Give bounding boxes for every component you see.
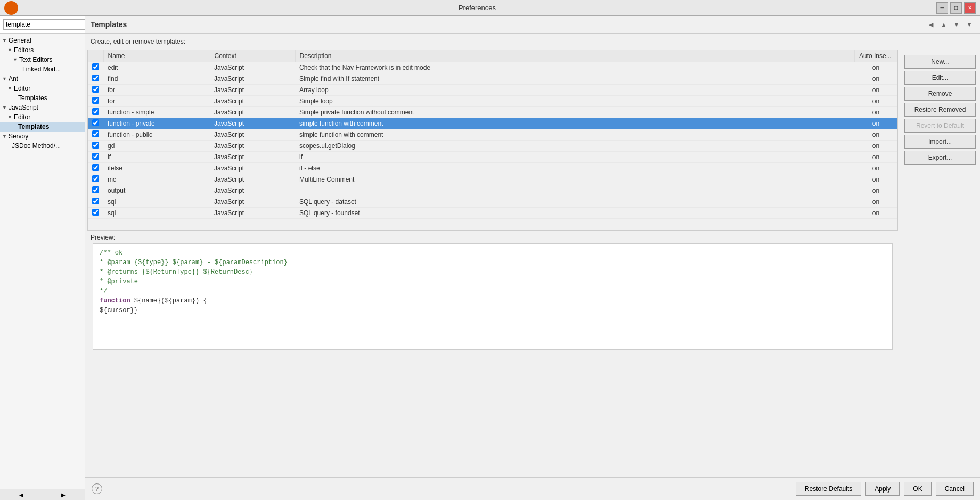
close-button[interactable]: ✕ xyxy=(964,2,976,14)
row-context: JavaScript xyxy=(210,185,295,196)
row-name: if xyxy=(103,152,210,163)
restore-defaults-button[interactable]: Restore Defaults xyxy=(796,482,861,496)
sidebar-item-linked-mode[interactable]: Linked Mod... xyxy=(0,64,85,74)
row-context: JavaScript xyxy=(210,62,295,73)
bottom-right-buttons: Restore Defaults Apply OK Cancel xyxy=(796,482,974,496)
help-button[interactable]: ? xyxy=(92,483,102,494)
buttons-panel: New... Edit... Remove Restore Removed Re… xyxy=(900,34,980,477)
revert-to-default-button[interactable]: Revert to Default xyxy=(904,119,976,133)
sidebar-item-javascript[interactable]: ▼ JavaScript xyxy=(0,103,85,112)
row-checkbox[interactable] xyxy=(92,209,99,216)
row-checkbox[interactable] xyxy=(92,119,99,126)
code-line-6-body: ${name}(${param}) { xyxy=(130,297,207,305)
table-row[interactable]: mc JavaScript MultiLine Comment on xyxy=(88,174,897,185)
table-row[interactable]: output JavaScript on xyxy=(88,185,897,196)
preview-code: /** ok * @param {${type}} ${param} - ${p… xyxy=(93,243,893,350)
sidebar-item-js-templates[interactable]: Templates xyxy=(0,122,85,132)
table-row[interactable]: function - public JavaScript simple func… xyxy=(88,129,897,141)
row-auto-insert: on xyxy=(855,163,897,174)
edit-button[interactable]: Edit... xyxy=(904,71,976,85)
templates-table-container[interactable]: Name Context Description Auto Inse... ed… xyxy=(87,50,898,231)
remove-button[interactable]: Remove xyxy=(904,87,976,101)
sidebar-item-label: Ant xyxy=(9,75,18,83)
row-checkbox[interactable] xyxy=(92,142,99,149)
sidebar-item-ant[interactable]: ▼ Ant xyxy=(0,74,85,84)
row-context: JavaScript xyxy=(210,141,295,152)
restore-removed-button[interactable]: Restore Removed xyxy=(904,103,976,117)
row-name: ifelse xyxy=(103,163,210,174)
menu-icon[interactable]: ▼ xyxy=(964,19,975,30)
row-auto-insert: on xyxy=(855,118,897,129)
sidebar-item-label: Servoy xyxy=(9,133,28,140)
expand-arrow: ▼ xyxy=(2,76,7,81)
row-context: JavaScript xyxy=(210,196,295,208)
row-name: find xyxy=(103,73,210,85)
sidebar-item-label: JSDoc Method/... xyxy=(3,142,61,150)
sidebar-search-area: ✕ xyxy=(0,16,85,34)
code-line-1: /** ok xyxy=(100,249,123,257)
back-icon[interactable]: ◀ xyxy=(926,19,936,30)
sidebar-item-label: Templates xyxy=(3,94,47,102)
table-row[interactable]: edit JavaScript Check that the Nav Frame… xyxy=(88,62,897,73)
row-checkbox[interactable] xyxy=(92,175,99,182)
row-description xyxy=(295,185,855,196)
forward-icon[interactable]: ▲ xyxy=(938,19,949,30)
sidebar-item-text-editors[interactable]: ▼ Text Editors xyxy=(0,55,85,64)
table-row[interactable]: sql JavaScript SQL query - dataset on xyxy=(88,196,897,208)
table-row[interactable]: sql JavaScript SQL query - foundset on xyxy=(88,208,897,219)
maximize-button[interactable]: □ xyxy=(950,2,962,14)
row-checkbox[interactable] xyxy=(92,130,99,137)
export-button[interactable]: Export... xyxy=(904,151,976,165)
app-logo xyxy=(4,1,18,15)
row-checkbox[interactable] xyxy=(92,97,99,104)
sidebar-item-js-editor[interactable]: ▼ Editor xyxy=(0,112,85,122)
sidebar-item-servoy[interactable]: ▼ Servoy xyxy=(0,132,85,141)
sidebar-item-jsdoc[interactable]: JSDoc Method/... xyxy=(0,141,85,151)
sidebar-item-ant-templates[interactable]: Templates xyxy=(0,93,85,103)
cancel-button[interactable]: Cancel xyxy=(936,482,974,496)
sidebar-scroll-left[interactable]: ◀ xyxy=(0,489,43,500)
row-name: edit xyxy=(103,62,210,73)
table-row[interactable]: for JavaScript Simple loop on xyxy=(88,96,897,107)
new-button[interactable]: New... xyxy=(904,55,976,69)
sidebar-scroll-right[interactable]: ▶ xyxy=(43,489,85,500)
row-name: for xyxy=(103,85,210,96)
apply-button[interactable]: Apply xyxy=(865,482,900,496)
col-name: Name xyxy=(103,50,210,62)
code-line-6-kw: function xyxy=(100,297,130,305)
row-checkbox[interactable] xyxy=(92,86,99,93)
down-icon[interactable]: ▼ xyxy=(951,19,962,30)
row-checkbox[interactable] xyxy=(92,198,99,204)
sidebar-item-editors[interactable]: ▼ Editors xyxy=(0,45,85,55)
expand-arrow: ▼ xyxy=(2,105,7,110)
minimize-button[interactable]: ─ xyxy=(936,2,948,14)
row-context: JavaScript xyxy=(210,208,295,219)
table-row[interactable]: function - simple JavaScript Simple priv… xyxy=(88,107,897,118)
ok-button[interactable]: OK xyxy=(904,482,931,496)
search-input[interactable] xyxy=(3,19,85,30)
table-row[interactable]: if JavaScript if on xyxy=(88,152,897,163)
row-checkbox[interactable] xyxy=(92,164,99,171)
table-row[interactable]: for JavaScript Array loop on xyxy=(88,85,897,96)
row-checkbox[interactable] xyxy=(92,63,99,70)
row-checkbox[interactable] xyxy=(92,186,99,193)
row-description: simple function with comment xyxy=(295,118,855,129)
sidebar-item-label: Editors xyxy=(14,46,34,54)
row-checkbox[interactable] xyxy=(92,153,99,160)
import-button[interactable]: Import... xyxy=(904,135,976,149)
row-auto-insert: on xyxy=(855,208,897,219)
sidebar-item-ant-editor[interactable]: ▼ Editor xyxy=(0,84,85,93)
row-context: JavaScript xyxy=(210,96,295,107)
table-row[interactable]: gd JavaScript scopes.ui.getDialog on xyxy=(88,141,897,152)
table-row[interactable]: ifelse JavaScript if - else on xyxy=(88,163,897,174)
panel-title: Templates xyxy=(91,20,127,29)
row-checkbox[interactable] xyxy=(92,75,99,81)
row-checkbox[interactable] xyxy=(92,108,99,115)
table-row[interactable]: find JavaScript Simple find with If stat… xyxy=(88,73,897,85)
row-auto-insert: on xyxy=(855,107,897,118)
sidebar-item-label: Linked Mod... xyxy=(3,65,61,73)
row-context: JavaScript xyxy=(210,85,295,96)
sidebar-item-general[interactable]: ▼ General xyxy=(0,36,85,45)
table-row[interactable]: function - private JavaScript simple fun… xyxy=(88,118,897,129)
sidebar-item-label: Templates xyxy=(3,123,49,130)
